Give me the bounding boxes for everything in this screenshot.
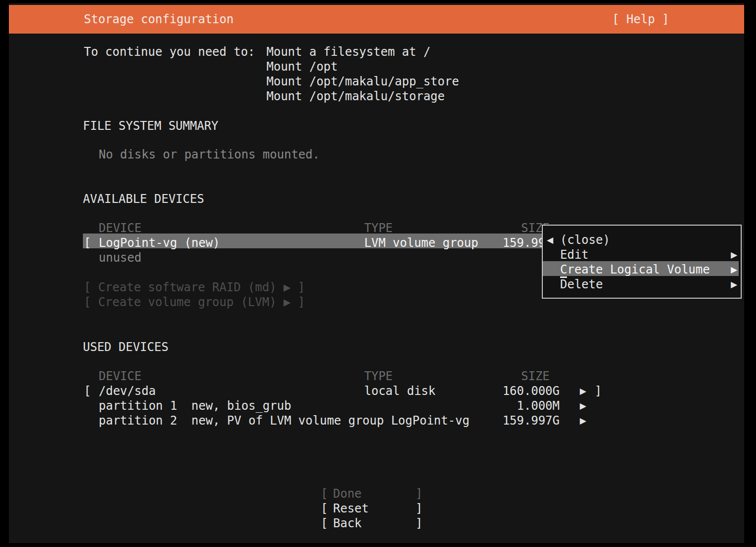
device-row-open-bracket: [	[84, 384, 91, 398]
device-row-open-bracket: [	[84, 235, 91, 250]
mount-requirement-line: Mount /opt/makalu/app_store	[266, 74, 459, 89]
footer-button-close-bracket: ]	[416, 501, 422, 516]
device-row-size: 159.997G	[443, 413, 560, 428]
back-button[interactable]: Back	[333, 516, 362, 531]
submenu-arrow-icon: ▶	[731, 277, 737, 292]
create-volume-group-button[interactable]: [ Create volume group (LVM) ▶ ]	[84, 295, 305, 310]
device-row-size: 160.000G	[443, 384, 560, 398]
mount-requirement-line: Mount /opt/makalu/storage	[266, 89, 445, 104]
footer-button-open-bracket: [	[321, 501, 328, 516]
device-row-close-bracket: ]	[595, 384, 602, 398]
section-heading-file-system-summary: FILE SYSTEM SUMMARY	[83, 118, 219, 133]
page-title: Storage configuration	[84, 12, 233, 27]
section-heading-used-devices: USED DEVICES	[83, 340, 168, 354]
menu-close-arrow-icon: ◀	[547, 233, 553, 247]
footer-button-open-bracket: [	[321, 516, 328, 531]
help-button[interactable]: [ Help ]	[612, 12, 669, 27]
device-expand-arrow-icon[interactable]: ▶	[580, 384, 586, 398]
menu-item-edit[interactable]: Edit	[560, 247, 589, 262]
menu-item-close[interactable]: (close)	[560, 233, 610, 247]
device-context-menu: ◀(close)Edit▶Create Logical Volume▶Delet…	[542, 225, 742, 299]
title-bar: Storage configuration [ Help ]	[9, 5, 744, 34]
footer-button-close-bracket: ]	[416, 516, 422, 531]
done-button[interactable]: Done	[333, 486, 362, 501]
device-row[interactable]: /dev/sda	[99, 384, 156, 398]
column-header-device: DEVICE	[99, 369, 142, 384]
device-row[interactable]: LogPoint-vg (new)	[99, 235, 220, 250]
device-row[interactable]: unused	[99, 250, 142, 265]
device-row[interactable]: partition 1 new, bios_grub	[99, 398, 291, 413]
no-disks-message: No disks or partitions mounted.	[99, 147, 320, 162]
column-header-type: TYPE	[364, 369, 393, 384]
menu-item-delete[interactable]: Delete	[560, 277, 603, 292]
intro-label: To continue you need to:	[84, 44, 255, 59]
create-software-raid-button[interactable]: [ Create software RAID (md) ▶ ]	[84, 280, 305, 295]
footer-button-open-bracket: [	[321, 486, 328, 501]
device-row[interactable]: partition 2 new, PV of LVM volume group …	[99, 413, 469, 428]
menu-item-create-logical-volume[interactable]: Create Logical Volume	[560, 262, 710, 277]
installer-screen: Storage configuration [ Help ] To contin…	[9, 3, 744, 543]
device-expand-arrow-icon[interactable]: ▶	[580, 413, 586, 428]
device-expand-arrow-icon[interactable]: ▶	[580, 398, 586, 413]
mount-requirement-line: Mount /opt	[266, 59, 338, 74]
mount-requirement-line: Mount a filesystem at /	[266, 44, 430, 59]
submenu-arrow-icon: ▶	[731, 247, 737, 262]
footer-button-close-bracket: ]	[416, 486, 422, 501]
section-heading-available-devices: AVAILABLE DEVICES	[83, 192, 204, 206]
reset-button[interactable]: Reset	[333, 501, 369, 516]
column-header-size: SIZE	[521, 369, 550, 384]
device-row-type: local disk	[364, 384, 436, 398]
device-row-size: 1.000M	[443, 398, 560, 413]
submenu-arrow-icon: ▶	[731, 262, 737, 277]
hotkey-cursor: C	[560, 263, 567, 278]
